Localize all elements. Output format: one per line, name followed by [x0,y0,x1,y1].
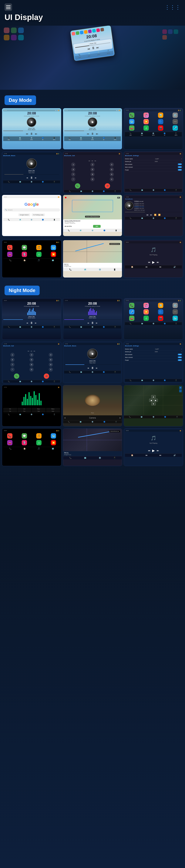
prev-button[interactable]: ⏮ [26,132,28,135]
social-progress[interactable] [125,212,182,212]
app-waze[interactable]: 🚗 [129,125,134,131]
nav-apps[interactable]: ⚙️APPS [30,137,33,141]
night-app-telegram[interactable]: ✈️ [129,309,134,314]
hero-play-btn[interactable]: ⏸ [91,46,95,50]
app-phone[interactable]: 📞 [129,113,134,118]
app-more[interactable]: ⋯ [173,119,178,124]
key-5[interactable]: 5 [90,167,95,172]
prev-btn-2[interactable]: ⏮ [87,132,89,135]
night-cp-messages[interactable]: 💬 [22,433,27,438]
app-settings[interactable]: ⚙️ [173,113,178,118]
night-cp-maps[interactable]: 🗺️ [51,433,56,438]
night-setting-aa[interactable]: Auto answerON [125,353,182,356]
photo-back-btn[interactable]: ‹ [64,416,65,420]
nav-dots-icon[interactable]: ⋮⋮⋮ [165,4,181,10]
eq-btn-8[interactable]: Fad+ [46,410,60,412]
nav-bt[interactable]: 🔵BT [42,137,44,141]
key-star[interactable]: * [71,177,75,181]
hamburger-menu[interactable] [4,3,12,11]
night-key-2[interactable]: 2 [29,353,34,357]
night-key-5[interactable]: 5 [29,358,34,362]
hero-prev-btn[interactable]: ⏮ [87,47,90,51]
app-telegram[interactable]: ✈️ [173,125,178,131]
cp-phone[interactable]: 📞 [7,245,12,250]
key-6[interactable]: 6 [110,167,114,172]
cp-maps[interactable]: 🗺️ [51,245,56,250]
next-button[interactable]: ⏭ [35,132,37,135]
night-key-8[interactable]: 8 [29,363,34,367]
night-app-settings[interactable]: ⚙️ [173,303,178,308]
google-lucky-btn[interactable]: I'm Feeling Lucky [32,213,45,216]
night-app-spotify[interactable]: ♫ [143,316,149,321]
hero-next-btn[interactable]: ⏭ [96,46,99,49]
bt-progress[interactable] [4,174,59,175]
cp-music[interactable]: 🎵 [36,245,42,250]
key-0[interactable]: 0 [90,177,95,181]
key-hash[interactable]: # [110,177,114,181]
key-8[interactable]: 8 [90,172,95,177]
eq-btn-2[interactable]: Vol+ [18,408,31,410]
photo-forward-btn[interactable]: › [120,416,121,420]
progress-bar[interactable] [3,131,60,131]
night-key-3[interactable]: 3 [49,353,53,357]
key-9[interactable]: 9 [110,172,114,177]
night-cp-phone[interactable]: 📞 [7,433,12,438]
nav-dial[interactable]: 📞DIAL [8,137,10,141]
call-btn[interactable]: 📞 [75,183,80,189]
app-bt[interactable]: 🔵 [158,119,163,124]
night-cp-podcasts[interactable]: 🎙️ [22,440,27,445]
nav-right-btn[interactable]: ▶ [154,399,158,402]
key-2[interactable]: 2 [90,162,95,167]
app-spotify[interactable]: ♫ [143,125,149,131]
setting-power[interactable]: Power ON [125,168,182,172]
google-search-bar[interactable]: 🔍 Search [3,208,60,212]
night-app-netflix[interactable]: 🎬 [158,316,163,321]
night-app-maps[interactable]: 🗺️ [173,316,178,321]
night-bt-progress[interactable] [65,365,120,365]
nav-left-btn[interactable]: ◀ [149,399,153,402]
setting-auto-connect[interactable]: Auto connect ON [125,166,182,168]
night-app-more[interactable]: ⋯ [173,309,178,314]
night-app-phone[interactable]: 📞 [129,303,134,308]
zoom-in-btn[interactable]: + [179,386,182,389]
night-setting-power[interactable]: PowerON [125,359,182,362]
app-netflix[interactable]: 🎬 [158,125,163,131]
key-3[interactable]: 3 [110,162,114,167]
eq-btn-1[interactable]: Vol- [3,408,17,410]
play-button[interactable]: ⏸ [30,132,33,135]
cp-messages[interactable]: 💬 [22,245,27,250]
cp-waze[interactable]: 🚗 [7,252,12,257]
night-key-0[interactable]: 0 [29,367,34,372]
google-search-btn[interactable]: Google Search [18,213,30,216]
night-app-photos[interactable]: 🖼️ [158,303,163,308]
night-cp-music[interactable]: 🎵 [36,433,42,438]
night-app-music[interactable]: 🎵 [143,303,149,308]
eq-btn-6[interactable]: Tre+ [18,410,31,412]
progress-bar-2[interactable] [64,131,121,131]
night-end-btn[interactable]: 📵 [44,373,49,379]
night-key-star[interactable]: * [10,367,15,372]
nav-go-button[interactable]: GO [93,225,101,228]
play-btn-2[interactable]: ⏸ [91,132,94,135]
night-progress-2[interactable] [64,319,121,320]
cp-podcasts[interactable]: 🎙️ [22,252,27,257]
night-cp-spotify[interactable]: ♫ [36,440,42,445]
key-7[interactable]: 7 [71,172,75,177]
night-setting-ac[interactable]: Auto connectON [125,356,182,359]
cp-youtube[interactable]: ▶️ [51,252,56,257]
app-photos[interactable]: 🖼️ [158,113,163,118]
night-cp-waze[interactable]: 🚗 [7,440,12,445]
night-key-6[interactable]: 6 [49,358,53,362]
eq-btn-5[interactable]: Tre- [3,410,17,412]
nav-up-btn[interactable]: ▲ [151,395,156,398]
key-4[interactable]: 4 [71,167,75,172]
bt-next[interactable]: ⏭ [35,177,36,179]
bt-prev[interactable]: ⏮ [27,177,28,179]
key-1[interactable]: 1 [71,162,75,167]
nav-navi[interactable]: 🗺️NAVI [19,137,21,141]
night-key-7[interactable]: 7 [10,363,15,367]
night-key-1[interactable]: 1 [10,353,15,357]
night-progress-1[interactable] [3,319,60,320]
nav-apts[interactable]: 📱APTS [53,137,55,141]
night-app-waze[interactable]: 🚗 [129,316,134,321]
